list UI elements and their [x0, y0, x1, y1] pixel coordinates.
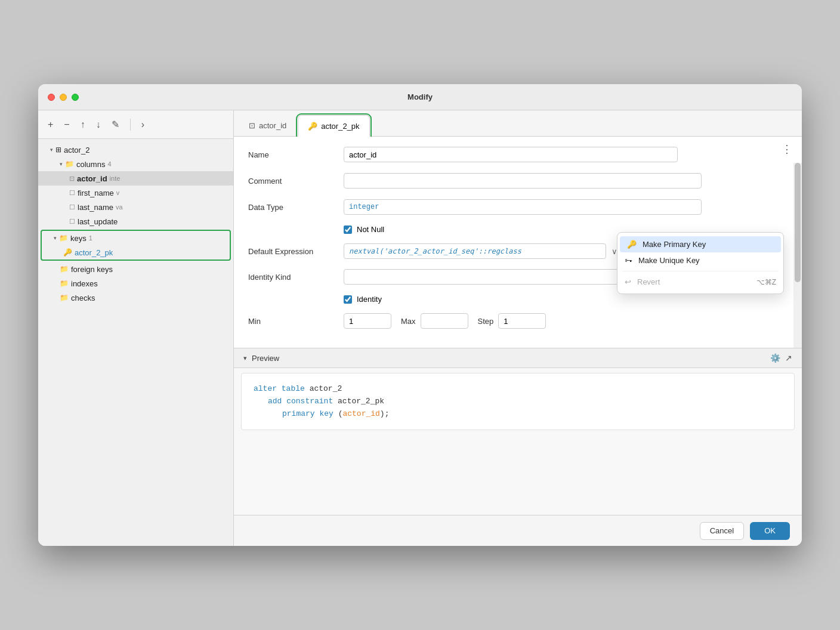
data-type-input[interactable] — [344, 199, 702, 215]
count-badge: 1 — [89, 234, 92, 242]
tree-label: actor_2_pk — [75, 248, 113, 257]
tab-label: actor_id — [259, 121, 286, 130]
comment-label: Comment — [248, 177, 344, 186]
minimize-button[interactable] — [60, 94, 67, 101]
revert-icon: ↩ — [625, 277, 631, 286]
min-input[interactable] — [344, 313, 391, 329]
tab-bar: ⊡ actor_id 🔑 actor_2_pk — [234, 110, 802, 137]
settings-icon[interactable]: ⚙️ — [770, 353, 780, 363]
default-expr-input[interactable] — [344, 243, 606, 259]
remove-button[interactable]: − — [61, 118, 72, 131]
name-input[interactable] — [344, 147, 678, 162]
form-area: Name ⋮ Comment Data Type — [234, 137, 802, 348]
cancel-button[interactable]: Cancel — [700, 522, 744, 540]
not-null-label[interactable]: Not Null — [357, 225, 384, 234]
edit-button[interactable]: ✎ — [109, 118, 122, 131]
column-icon: ☐ — [69, 189, 75, 197]
make-unique-key-label: Make Unique Key — [638, 256, 700, 265]
titlebar: Modify — [38, 84, 802, 110]
sidebar-item-actor2-pk[interactable]: 🔑 actor_2_pk — [42, 245, 230, 260]
column-icon: ☐ — [69, 203, 75, 211]
code-line-2: add constraint actor_2_pk — [254, 396, 782, 408]
folder-icon: 📁 — [60, 279, 69, 288]
identity-label[interactable]: Identity — [357, 295, 382, 304]
preview-header: ▾ Preview ⚙️ ↗ — [234, 348, 802, 368]
expand-button[interactable]: › — [139, 118, 147, 131]
tree-label: columns — [76, 160, 105, 169]
tree-label: checks — [71, 294, 95, 302]
step-input[interactable] — [498, 313, 546, 329]
sidebar-item-indexes[interactable]: 📁 indexes — [38, 276, 233, 291]
tree-label: first_name — [78, 189, 114, 197]
sidebar-item-keys[interactable]: ▾ 📁 keys 1 — [42, 231, 230, 245]
sidebar-item-actor-id[interactable]: ⊡ actor_id inte — [38, 171, 233, 186]
main-window: Modify + − ↑ ↓ ✎ › ▾ ⊞ actor_2 — [38, 84, 802, 546]
column-icon: ⊡ — [249, 121, 255, 130]
sidebar-item-first-name[interactable]: ☐ first_name v — [38, 186, 233, 200]
tab-label: actor_2_pk — [321, 122, 359, 131]
preview-toggle-chevron[interactable]: ▾ — [243, 354, 247, 362]
maximize-button[interactable] — [72, 94, 79, 101]
column-icon: ⊡ — [69, 175, 75, 183]
name-row: Name ⋮ — [248, 146, 788, 163]
default-expr-label: Default Expression — [248, 247, 344, 256]
ok-button[interactable]: OK — [750, 522, 790, 540]
not-null-checkbox[interactable] — [344, 226, 352, 234]
sidebar-item-foreign-keys[interactable]: 📁 foreign keys — [38, 262, 233, 276]
chevron-icon: ▾ — [54, 235, 57, 241]
comment-input[interactable] — [344, 173, 702, 189]
form-scrollbar[interactable] — [793, 163, 802, 348]
revert-item[interactable]: ↩ Revert ⌥⌘Z — [617, 274, 783, 290]
move-down-button[interactable]: ↓ — [94, 118, 103, 131]
preview-code: alter table actor_2 add constraint actor… — [241, 373, 795, 430]
tab-actor-2-pk[interactable]: 🔑 actor_2_pk — [298, 115, 369, 137]
preview-area: ▾ Preview ⚙️ ↗ alter table actor_2 add c… — [234, 348, 802, 515]
more-options-button[interactable]: ⋮ — [782, 144, 792, 155]
move-up-button[interactable]: ↑ — [78, 118, 88, 131]
make-unique-key-item[interactable]: 🗝 Make Unique Key — [617, 252, 783, 268]
folder-icon: 📁 — [65, 160, 74, 168]
add-button[interactable]: + — [45, 118, 55, 131]
dropdown-popup: 🔑 Make Primary Key 🗝 Make Unique Key ↩ R… — [617, 232, 784, 294]
type-suffix: inte — [110, 175, 121, 182]
tab-actor-id[interactable]: ⊡ actor_id — [239, 115, 297, 136]
sidebar-item-actor2[interactable]: ▾ ⊞ actor_2 — [38, 143, 233, 157]
main-content: ⊡ actor_id 🔑 actor_2_pk Name ⋮ — [234, 110, 802, 546]
min-label: Min — [248, 317, 344, 326]
chevron-icon: ▾ — [60, 161, 63, 167]
key-icon: 🔑 — [63, 248, 72, 257]
count-badge: 4 — [107, 160, 111, 168]
identity-kind-label: Identity Kind — [248, 273, 344, 282]
sidebar-toolbar: + − ↑ ↓ ✎ › — [38, 110, 233, 139]
bottom-bar: Cancel OK — [234, 515, 802, 546]
data-type-row: Data Type — [248, 199, 788, 215]
revert-label: Revert — [637, 277, 660, 286]
max-input[interactable] — [421, 313, 468, 329]
preview-actions: ⚙️ ↗ — [770, 353, 792, 363]
tree-label: indexes — [71, 279, 98, 288]
identity-checkbox[interactable] — [344, 295, 352, 304]
traffic-lights — [48, 94, 79, 101]
make-primary-key-item[interactable]: 🔑 Make Primary Key — [620, 236, 781, 252]
type-suffix: va — [116, 203, 123, 211]
tree-label: last_update — [78, 217, 118, 226]
folder-icon: 📁 — [60, 294, 69, 302]
tree-label: keys — [70, 234, 87, 243]
sidebar-item-last-update[interactable]: ☐ last_update — [38, 214, 233, 228]
sidebar-item-columns[interactable]: ▾ 📁 columns 4 — [38, 157, 233, 171]
sidebar-item-checks[interactable]: 📁 checks — [38, 291, 233, 305]
scrollbar-thumb — [795, 163, 801, 282]
close-button[interactable] — [48, 94, 55, 101]
tree-label: actor_id — [77, 174, 107, 183]
preview-title: Preview — [252, 354, 279, 363]
folder-icon: 📁 — [60, 265, 69, 273]
export-icon[interactable]: ↗ — [785, 353, 792, 363]
comment-row: Comment — [248, 172, 788, 189]
tree-label: actor_2 — [64, 146, 89, 155]
sidebar-tree: ▾ ⊞ actor_2 ▾ 📁 columns 4 ⊡ actor_id int… — [38, 139, 233, 546]
tree-label: last_name — [78, 203, 113, 212]
data-type-label: Data Type — [248, 203, 344, 212]
content-area: + − ↑ ↓ ✎ › ▾ ⊞ actor_2 ▾ 📁 col — [38, 110, 802, 546]
name-label: Name — [248, 150, 344, 159]
sidebar-item-last-name[interactable]: ☐ last_name va — [38, 200, 233, 214]
